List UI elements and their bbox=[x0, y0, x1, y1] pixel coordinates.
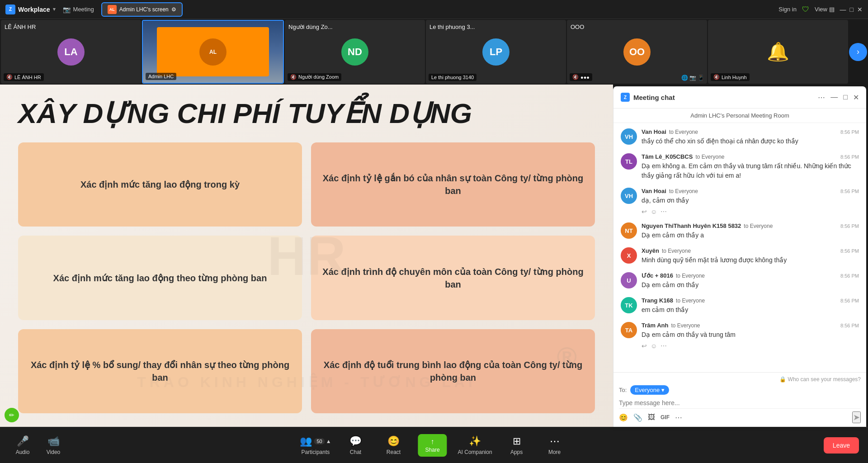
chat-input-field[interactable] bbox=[619, 397, 861, 408]
maximize-button[interactable]: □ bbox=[850, 6, 854, 13]
participant-tile-linh-huynh[interactable]: 🔔 🔇 Linh Huynh bbox=[708, 20, 848, 84]
message-reactions: ↩ ☺ ⋯ bbox=[642, 208, 859, 215]
apps-icon: ⊞ bbox=[513, 435, 521, 447]
message-to: to Everyone bbox=[695, 154, 724, 160]
chat-to-row: To: Everyone ▾ bbox=[619, 385, 861, 395]
microphone-muted-icon: 🎤 bbox=[17, 435, 29, 447]
sign-in-link[interactable]: Sign in bbox=[778, 6, 797, 13]
chat-to-everyone[interactable]: Everyone ▾ bbox=[630, 385, 669, 395]
mic-muted-icon: 🔇 bbox=[290, 74, 297, 80]
close-button[interactable]: ✕ bbox=[857, 6, 863, 13]
admin-avatar-small: AL bbox=[108, 5, 117, 14]
chat-button[interactable]: 💬 Chat bbox=[342, 435, 369, 455]
registered-symbol: ® bbox=[557, 341, 577, 373]
pencil-icon: ✏ bbox=[5, 408, 19, 422]
reaction-more[interactable]: ⋯ bbox=[660, 208, 667, 215]
message-to: to Everyone bbox=[744, 223, 773, 229]
card-3: Xác định mức tăng lao động theo từng phò… bbox=[18, 236, 302, 320]
participants-chevron[interactable]: ▲ bbox=[326, 438, 331, 444]
reaction-emoji[interactable]: ☺ bbox=[651, 342, 657, 350]
share-label: Share bbox=[425, 447, 440, 453]
share-icon: ↑ bbox=[431, 438, 434, 446]
participant-tile-ooo[interactable]: OOO OO 🔇 ●●● 🌐 📷 📱 bbox=[567, 20, 707, 84]
message-sender: Xuyên bbox=[642, 247, 659, 254]
more-button[interactable]: ⋯ More bbox=[541, 435, 568, 455]
list-item: TL Tâm Lê_K05CBCS to Everyone 8:56 PM Dạ… bbox=[621, 153, 859, 180]
participant-icons: 🌐 📷 📱 bbox=[681, 75, 704, 81]
send-button[interactable]: ➤ bbox=[852, 411, 861, 423]
screen-share-label: Admin LHC's screen bbox=[119, 6, 169, 13]
message-time: 8:56 PM bbox=[840, 154, 859, 160]
ai-companion-button[interactable]: ✨ AI Companion bbox=[458, 435, 492, 455]
message-text: Dạ em cảm ơn thầy và trung tâm bbox=[642, 330, 859, 340]
participants-button[interactable]: 👥 50 ▲ Participants bbox=[300, 435, 331, 455]
message-header: Nguyen ThiThanh Huyên K158 5832 to Every… bbox=[642, 222, 859, 229]
workplace-label: Workplace bbox=[18, 6, 50, 13]
participant-tile-nguoi-dung-zoom[interactable]: Người dùng Zo... ND 🔇 Người dùng Zoom bbox=[285, 20, 425, 84]
chat-toolbar: 😊 📎 🖼 GIF ⋯ ➤ bbox=[619, 408, 861, 423]
reaction-emoji[interactable]: ☺ bbox=[651, 208, 657, 215]
file-attachment-button[interactable]: 📎 bbox=[633, 413, 642, 422]
screen-share-tab[interactable]: AL Admin LHC's screen ⚙ bbox=[101, 2, 183, 17]
message-to: to Everyone bbox=[676, 298, 705, 304]
reaction-reply[interactable]: ↩ bbox=[642, 342, 647, 350]
participant-name-top: LÊ ÁNH HR bbox=[5, 24, 36, 30]
icon1: 🌐 bbox=[681, 75, 688, 81]
chat-more-button[interactable]: ⋯ bbox=[818, 93, 825, 102]
bottom-left-controls: 🎤 Audio 📹 Video bbox=[9, 435, 67, 455]
avatar: LP bbox=[482, 38, 509, 66]
minimize-button[interactable]: — bbox=[840, 6, 846, 13]
card-5: Xác định tỷ lệ % bổ sung/ thay đổi nhân … bbox=[18, 329, 302, 413]
more-options-button[interactable]: ⋯ bbox=[675, 413, 682, 422]
screen-share-settings-icon: ⚙ bbox=[171, 6, 176, 13]
apps-button[interactable]: ⊞ Apps bbox=[503, 435, 530, 455]
chevron-icon[interactable]: ▾ bbox=[53, 6, 56, 12]
chat-messages[interactable]: VH Van Hoai to Everyone 8:56 PM thầy có … bbox=[613, 123, 866, 372]
message-to: to Everyone bbox=[669, 129, 698, 135]
message-header: Ước + 8016 to Everyone 8:56 PM bbox=[642, 272, 859, 279]
message-header: Trâm Anh to Everyone 8:56 PM bbox=[642, 322, 859, 329]
chat-to-label: To: bbox=[619, 387, 627, 393]
audio-button[interactable]: 🎤 Audio bbox=[9, 435, 36, 455]
chat-maximize-button[interactable]: □ bbox=[843, 93, 848, 101]
video-button[interactable]: 📹 Video bbox=[40, 435, 67, 455]
react-button[interactable]: 😊 React bbox=[380, 435, 407, 455]
message-time: 8:56 PM bbox=[840, 273, 859, 279]
reaction-more[interactable]: ⋯ bbox=[660, 342, 667, 350]
chat-room-name: Admin LHC's Personal Meeting Room bbox=[613, 109, 866, 123]
nav-next-arrow[interactable]: › bbox=[849, 43, 867, 61]
zoom-logo-icon: Z bbox=[5, 5, 15, 14]
avatar: NT bbox=[621, 222, 637, 239]
avatar: OO bbox=[623, 38, 651, 66]
message-sender: Trâm Anh bbox=[642, 322, 668, 329]
message-sender: Ước + 8016 bbox=[642, 272, 673, 279]
list-item: VH Van Hoai to Everyone 8:56 PM dạ, cảm … bbox=[621, 188, 859, 215]
participant-tile-le-thi-phuong[interactable]: Le thi phuong 3... LP Le thi phuong 3140 bbox=[426, 20, 566, 84]
card-6: Xác định độ tuổi trung bình lao động của… bbox=[311, 329, 595, 413]
window-controls: — □ ✕ bbox=[840, 6, 863, 13]
share-button[interactable]: ↑ Share bbox=[418, 434, 447, 457]
participant-label: Admin LHC bbox=[146, 73, 176, 80]
mic-muted-icon: 🔇 bbox=[6, 74, 13, 80]
image-button[interactable]: 🖼 bbox=[648, 413, 655, 421]
leave-button[interactable]: Leave bbox=[824, 437, 859, 454]
participant-tile-admin-lhc[interactable]: AL Admin LHC bbox=[142, 20, 284, 84]
chat-minimize-button[interactable]: — bbox=[830, 93, 838, 101]
message-content: Van Hoai to Everyone 8:56 PM dạ, cảm ơn … bbox=[642, 188, 859, 215]
card-4: Xác định trình độ chuyên môn của toàn Cô… bbox=[311, 236, 595, 320]
view-button[interactable]: View ▤ bbox=[815, 6, 835, 13]
message-header: Van Hoai to Everyone 8:56 PM bbox=[642, 188, 859, 194]
participant-tile-le-anh-hr[interactable]: LÊ ÁNH HR LA 🔇 LÊ ÁNH HR bbox=[1, 20, 141, 84]
chat-close-button[interactable]: ✕ bbox=[853, 93, 859, 102]
zoom-workplace-logo[interactable]: Z Workplace ▾ bbox=[5, 5, 56, 14]
message-to: to Everyone bbox=[676, 273, 705, 279]
gif-button[interactable]: GIF bbox=[660, 414, 670, 420]
participant-name-top: Le thi phuong 3... bbox=[429, 24, 475, 30]
message-header: Tâm Lê_K05CBCS to Everyone 8:56 PM bbox=[642, 153, 859, 160]
message-sender: Van Hoai bbox=[642, 188, 666, 194]
reaction-reply[interactable]: ↩ bbox=[642, 208, 647, 215]
emoji-button[interactable]: 😊 bbox=[619, 413, 628, 422]
card-2: Xác định tỷ lệ gắn bó của nhân sự toàn C… bbox=[311, 142, 595, 227]
chat-privacy-label: 🔒 Who can see your messages? bbox=[619, 376, 861, 383]
chat-header-controls[interactable]: ⋯ — □ ✕ bbox=[818, 93, 859, 102]
